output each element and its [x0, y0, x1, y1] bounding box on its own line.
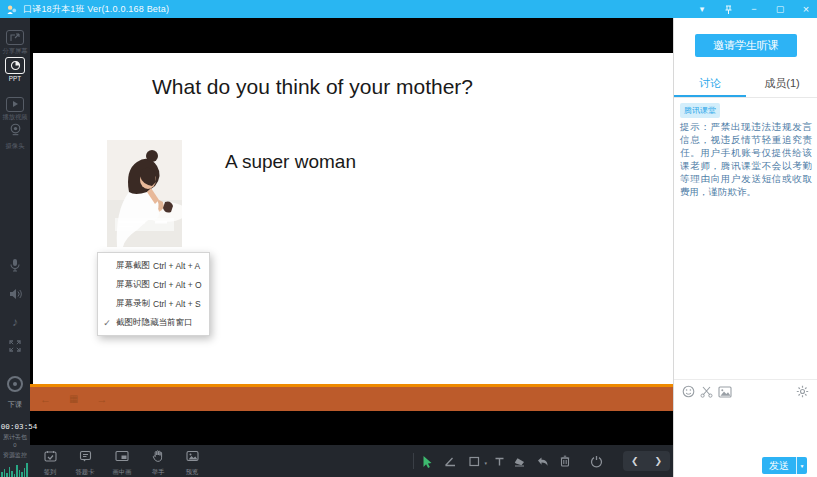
sidebar-item-play-video[interactable]: 播放视频: [0, 94, 30, 122]
sidebar-item-share-screen[interactable]: 分享屏幕: [0, 28, 30, 56]
cut-button[interactable]: [700, 384, 714, 398]
send-options-caret[interactable]: ▼: [796, 457, 807, 474]
menu-item-screenshot[interactable]: 屏幕截图 Ctrl + Alt + A: [98, 256, 209, 275]
preview-icon: [186, 450, 199, 462]
collapse-icon[interactable]: ▾: [695, 0, 709, 18]
eraser-tool-button[interactable]: [511, 454, 527, 468]
preview-button[interactable]: 预览: [174, 448, 210, 477]
ppt-icon: [5, 57, 25, 74]
shape-icon: [469, 456, 480, 467]
image-icon: [718, 386, 732, 398]
undo-icon: [536, 456, 549, 467]
invite-students-button[interactable]: 邀请学生听课: [695, 34, 797, 57]
sidebar-label: PPT: [2, 75, 29, 81]
fullscreen-button[interactable]: [0, 338, 30, 356]
ppt-grid-icon[interactable]: ▦: [69, 394, 78, 404]
send-button[interactable]: 发送: [762, 457, 796, 474]
image-button[interactable]: [718, 384, 732, 398]
left-sidebar: 分享屏幕 PPT 播放视频 摄像头: [0, 18, 30, 477]
close-button[interactable]: ×: [799, 0, 813, 18]
menu-item-screen-ocr[interactable]: 屏幕识图 Ctrl + Alt + O: [98, 275, 209, 294]
toolbar-separator: [413, 453, 414, 469]
resource-monitor-label: 资源监控: [2, 451, 28, 460]
minimize-button[interactable]: −: [747, 0, 761, 18]
chat-input-toolbar: [674, 382, 817, 400]
slide-heading: What do you think of your mother?: [152, 75, 473, 99]
next-page-button[interactable]: ❯: [654, 457, 662, 466]
ppt-prev-icon[interactable]: ←: [40, 394, 51, 405]
notice-text: 提示：严禁出现违法违规发言信息，视违反情节轻重追究责任。用户手机账号仅提供给该课…: [680, 120, 812, 198]
notice-badge: 腾讯课堂: [680, 103, 720, 118]
mic-icon: [9, 258, 21, 272]
answer-card-icon: [79, 450, 92, 462]
scissors-icon: [700, 385, 713, 398]
mic-button[interactable]: [0, 258, 30, 276]
tab-discussion[interactable]: 讨论: [674, 70, 746, 96]
music-icon: ♪: [12, 315, 18, 329]
power-button[interactable]: [588, 454, 604, 468]
shape-caret-icon: ▾: [484, 460, 487, 466]
prev-page-button[interactable]: ❮: [631, 457, 639, 466]
packet-loss-label: 累计丢包: [2, 433, 28, 442]
ppt-next-icon[interactable]: →: [96, 394, 107, 405]
pen-tool-button[interactable]: [442, 454, 458, 468]
input-divider: [674, 379, 817, 380]
page-nav: ❮ ❯: [623, 451, 670, 471]
tab-divider: [674, 97, 817, 98]
speaker-button[interactable]: [0, 286, 30, 304]
power-icon: [590, 455, 603, 468]
pip-button[interactable]: 画中画: [104, 448, 140, 477]
network-graph: [1, 459, 29, 477]
pen-icon: [444, 456, 456, 467]
text-tool-button[interactable]: [491, 454, 507, 468]
delete-button[interactable]: [557, 454, 573, 468]
class-timer: 00:03:54: [1, 422, 30, 431]
cursor-tool-button[interactable]: [419, 454, 435, 468]
raise-hand-icon: [152, 450, 164, 462]
menu-item-screen-record[interactable]: 屏幕录制 Ctrl + Alt + S: [98, 294, 209, 313]
window-title: 口译18升本1班 Ver(1.0.0.168 Beta): [23, 3, 169, 16]
sidebar-label: 播放视频: [2, 113, 29, 122]
shape-tool-button[interactable]: ▾: [466, 454, 482, 468]
speaker-icon: [9, 288, 22, 300]
play-video-icon: [6, 97, 24, 112]
menu-item-hide-window[interactable]: ✓ 截图时隐藏当前窗口: [98, 313, 209, 332]
answer-card-button[interactable]: 答题卡: [67, 448, 103, 477]
main-stage: What do you think of your mother? A supe…: [30, 18, 673, 477]
slide-subtext: A super woman: [225, 151, 356, 173]
right-panel: 邀请学生听课 讨论 成员(1) 腾讯课堂 提示：严禁出现违法违规发言信息，视违反…: [673, 18, 817, 477]
titlebar: 口译18升本1班 Ver(1.0.0.168 Beta) ▾ − ▢ ×: [0, 0, 817, 18]
raise-hand-button[interactable]: 举手: [140, 448, 176, 477]
check-icon: ✓: [98, 318, 116, 328]
trash-icon: [560, 455, 570, 467]
tab-members[interactable]: 成员(1): [746, 70, 817, 96]
app-logo-icon: [6, 4, 17, 15]
undo-button[interactable]: [534, 454, 550, 468]
chat-settings-button[interactable]: [796, 384, 810, 398]
emoji-icon: [682, 385, 695, 398]
emoji-button[interactable]: [682, 384, 696, 398]
text-icon: [494, 456, 505, 467]
screenshot-context-menu: 屏幕截图 Ctrl + Alt + A 屏幕识图 Ctrl + Alt + O …: [97, 252, 210, 336]
maximize-button[interactable]: ▢: [773, 0, 787, 18]
end-class-icon: [7, 376, 23, 392]
gear-icon: [796, 385, 809, 398]
cursor-icon: [422, 455, 433, 468]
end-class-button[interactable]: 下课: [0, 376, 30, 410]
camera-icon: [8, 122, 23, 137]
ppt-control-bar: ← ▦ →: [30, 387, 673, 411]
app-window: 口译18升本1班 Ver(1.0.0.168 Beta) ▾ − ▢ × 分享屏…: [0, 0, 817, 477]
sidebar-item-ppt[interactable]: PPT: [0, 57, 30, 82]
share-screen-icon: [6, 30, 24, 45]
pip-icon: [115, 450, 129, 462]
pin-icon[interactable]: [721, 0, 735, 18]
bottom-toolbar: 签到 答题卡 画中画 举手 预览: [30, 445, 673, 477]
sidebar-item-camera[interactable]: 摄像头: [0, 122, 30, 151]
music-button[interactable]: ♪: [0, 312, 30, 330]
send-button-group: 发送 ▼: [762, 457, 807, 474]
checkin-icon: [44, 450, 57, 462]
fullscreen-icon: [9, 340, 21, 352]
slide-photo: [107, 140, 182, 247]
eraser-icon: [513, 456, 526, 467]
checkin-button[interactable]: 签到: [32, 448, 68, 477]
